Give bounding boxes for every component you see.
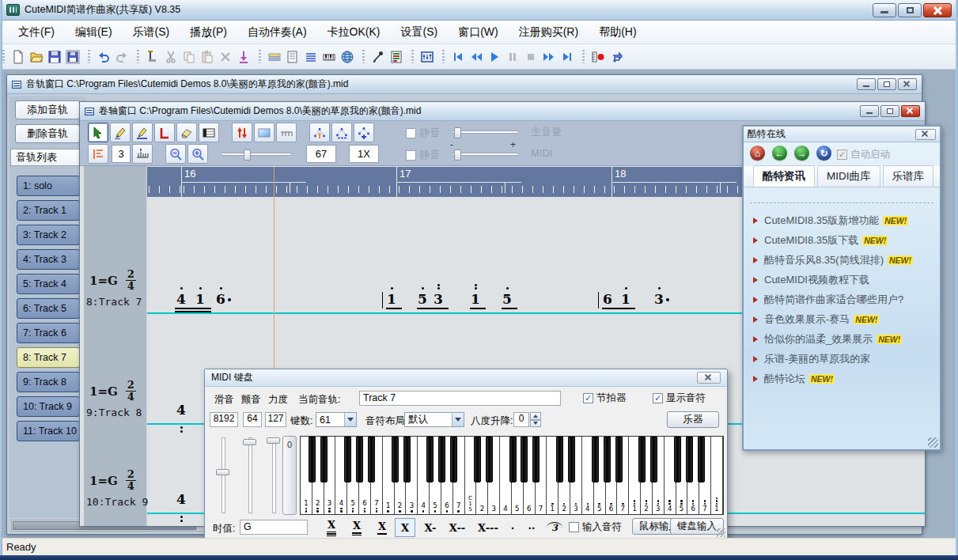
online-link-5[interactable]: 音色效果展示-赛马NEW! bbox=[753, 312, 879, 327]
track-button-8[interactable]: 8: Track 7 bbox=[17, 347, 80, 368]
piano-key-black[interactable] bbox=[438, 437, 445, 482]
link-text[interactable]: 恰似你的温柔_效果展示 bbox=[764, 332, 873, 346]
track-close-button[interactable] bbox=[898, 78, 917, 90]
karaoke-list-icon[interactable] bbox=[387, 47, 405, 66]
note[interactable]: 6 bbox=[215, 291, 226, 307]
midi-volume-slider[interactable] bbox=[452, 153, 519, 156]
instrument-button[interactable]: 乐器 bbox=[667, 411, 719, 428]
piano-key-black[interactable] bbox=[426, 437, 434, 482]
duration-button-5[interactable]: X-- bbox=[444, 518, 471, 537]
duration-button-4[interactable]: X- bbox=[418, 518, 442, 537]
menu-item-8[interactable]: 注册购买(R) bbox=[509, 21, 589, 44]
menu-item-3[interactable]: 播放(P) bbox=[180, 21, 237, 44]
note[interactable]: 3 bbox=[433, 291, 444, 307]
note[interactable]: 3 bbox=[653, 291, 665, 307]
piano-key-black[interactable] bbox=[556, 437, 563, 482]
eraser-icon[interactable] bbox=[176, 123, 197, 142]
mic-icon[interactable] bbox=[369, 47, 387, 66]
close-button[interactable] bbox=[923, 3, 952, 17]
slider-thumb[interactable] bbox=[454, 149, 461, 161]
menu-item-9[interactable]: 帮助(H) bbox=[589, 21, 646, 44]
main-titlebar[interactable]: CuteMIDI简谱作曲家(共享版) V8.35 bbox=[0, 0, 958, 21]
menu-item-7[interactable]: 窗口(W) bbox=[448, 21, 509, 44]
piano-bar-icon[interactable] bbox=[320, 47, 338, 66]
l-tool-icon[interactable] bbox=[154, 123, 175, 142]
save-icon[interactable] bbox=[45, 47, 63, 66]
vibrato-flat-icon[interactable] bbox=[331, 123, 352, 142]
track-minimize-button[interactable] bbox=[857, 78, 876, 90]
slider-thumb[interactable] bbox=[454, 127, 461, 138]
duration-button-1[interactable]: X bbox=[346, 518, 368, 537]
online-close-button[interactable] bbox=[915, 129, 936, 140]
piano-key-black[interactable] bbox=[521, 437, 528, 482]
octave-shift-value[interactable]: 0 bbox=[513, 412, 529, 427]
refresh-icon[interactable]: ↻ bbox=[816, 146, 831, 161]
piano-key-black[interactable] bbox=[509, 437, 517, 482]
note[interactable]: 1 bbox=[470, 291, 481, 307]
slider-thumb[interactable] bbox=[216, 469, 229, 475]
online-link-8[interactable]: 酷特论坛NEW! bbox=[753, 372, 835, 386]
piano-keyboard[interactable]: 12345671234567C15234567123456712345671 bbox=[300, 436, 724, 515]
loop-icon[interactable] bbox=[607, 47, 625, 66]
piano-key-black[interactable] bbox=[320, 437, 328, 482]
track-button-4[interactable]: 4: Track 3 bbox=[17, 249, 80, 270]
accompaniment-icon[interactable] bbox=[265, 47, 283, 66]
link-text[interactable]: 酷特论坛 bbox=[764, 372, 805, 386]
delete-icon[interactable] bbox=[216, 47, 234, 66]
pitch-updown-icon[interactable] bbox=[232, 123, 252, 142]
track-button-9[interactable]: 9: Track 8 bbox=[17, 372, 80, 392]
pencil-note-icon[interactable] bbox=[132, 123, 153, 142]
web-icon[interactable] bbox=[338, 47, 356, 66]
mixer-panel-icon[interactable] bbox=[418, 47, 436, 66]
piano-key-black[interactable] bbox=[309, 437, 316, 482]
piano-key-black[interactable] bbox=[532, 437, 540, 482]
piano-key-black[interactable] bbox=[356, 437, 363, 482]
track-button-3[interactable]: 3: Track 2 bbox=[17, 225, 80, 245]
midi-dialog-titlebar[interactable]: MIDI 键盘 bbox=[205, 369, 727, 387]
menu-item-4[interactable]: 自动伴奏(A) bbox=[237, 21, 317, 44]
velocity-slider[interactable] bbox=[263, 436, 284, 515]
track-button-5[interactable]: 5: Track 4 bbox=[17, 274, 80, 294]
note[interactable]: 4 bbox=[176, 491, 187, 507]
duration-button-2[interactable]: X bbox=[371, 518, 393, 537]
keyboard-input-button[interactable]: 键盘输入 bbox=[670, 518, 724, 535]
menu-item-1[interactable]: 编辑(E) bbox=[65, 21, 123, 44]
piano-key-black[interactable] bbox=[698, 437, 705, 482]
input-note-checkbox[interactable]: ✓ bbox=[569, 522, 579, 532]
piano-key-black[interactable] bbox=[604, 437, 611, 482]
vibrato-slider[interactable] bbox=[240, 436, 260, 515]
piano-key-black[interactable] bbox=[674, 437, 681, 482]
slider-thumb[interactable] bbox=[243, 439, 256, 445]
select-icon[interactable] bbox=[88, 123, 108, 142]
home-icon[interactable]: ⌂ bbox=[750, 146, 765, 161]
track-maximize-button[interactable] bbox=[877, 78, 896, 90]
measure-ruler-icon[interactable] bbox=[276, 123, 297, 142]
beat-style-icon[interactable] bbox=[88, 144, 108, 164]
track-button-2[interactable]: 2: Track 1 bbox=[17, 200, 80, 221]
duration-button-6[interactable]: X--- bbox=[472, 518, 504, 537]
scroll-window-titlebar[interactable]: 卷轴窗口 C:\Program Files\Cutemidi Demos 8.0… bbox=[80, 102, 925, 121]
beat-ruler-icon[interactable] bbox=[132, 144, 153, 164]
track-button-11[interactable]: 11: Track 10 bbox=[17, 421, 80, 441]
link-text[interactable]: CuteMIDI8.35版新增功能 bbox=[764, 214, 879, 228]
import-icon[interactable] bbox=[234, 47, 252, 66]
piano-key-black[interactable] bbox=[450, 437, 457, 482]
track-window-titlebar[interactable]: 音轨窗口 C:\Program Files\Cutemidi Demos 8.0… bbox=[7, 75, 922, 94]
zoom-slider[interactable] bbox=[221, 153, 292, 156]
menu-item-2[interactable]: 乐谱(S) bbox=[123, 21, 180, 44]
track-button-1[interactable]: 1: solo bbox=[17, 176, 80, 196]
pencil-icon[interactable] bbox=[110, 123, 131, 142]
delete-track-button[interactable]: 删除音轨 bbox=[15, 124, 80, 143]
key-count-select[interactable]: 61 bbox=[316, 412, 357, 427]
track-button-7[interactable]: 7: Track 6 bbox=[17, 323, 80, 343]
piano-key-black[interactable] bbox=[638, 437, 646, 482]
piano-key-black[interactable] bbox=[392, 437, 399, 482]
octave-spinner[interactable] bbox=[530, 412, 541, 427]
beat-count-box[interactable]: 3 bbox=[112, 145, 131, 163]
main-volume-slider[interactable] bbox=[452, 131, 519, 134]
piano-key-black[interactable] bbox=[486, 437, 493, 482]
note[interactable]: 1 bbox=[620, 291, 631, 307]
current-track-input[interactable]: Track 7 bbox=[359, 391, 561, 406]
save-as-icon[interactable] bbox=[63, 47, 81, 66]
link-text[interactable]: CuteMIDI视频教程下载 bbox=[764, 273, 869, 287]
